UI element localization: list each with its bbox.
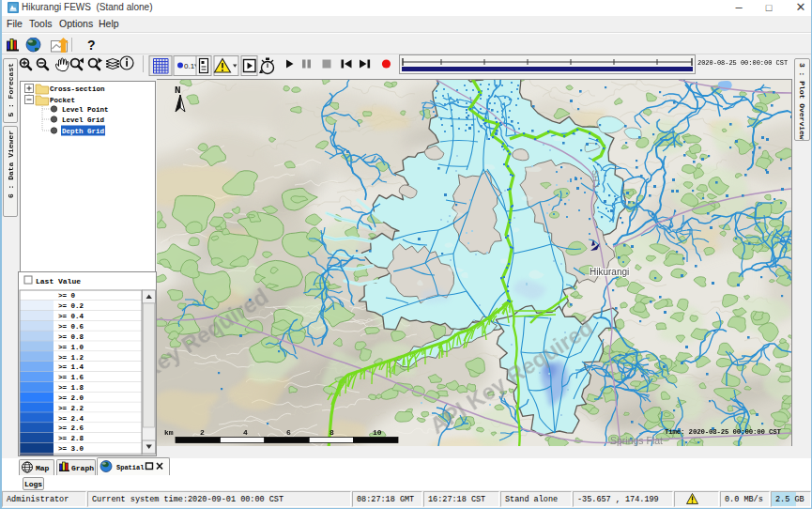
svg-text:>= 1.4: >= 1.4: [58, 363, 84, 371]
svg-text:>= 0.4: >= 0.4: [58, 313, 84, 320]
svg-text:8: 8: [329, 428, 334, 437]
svg-text:>= 1.8: >= 1.8: [58, 384, 84, 392]
svg-text:Last Value: Last Value: [36, 277, 81, 285]
svg-text:>= 1.6: >= 1.6: [58, 374, 84, 381]
svg-text:2: 2: [200, 428, 205, 437]
svg-text:>= 2.4: >= 2.4: [58, 415, 84, 423]
svg-text:SH 1: SH 1: [590, 170, 601, 189]
svg-text:Hikurangi: Hikurangi: [590, 267, 629, 277]
svg-text:>= 0.2: >= 0.2: [58, 302, 84, 310]
svg-text:Graph: Graph: [71, 464, 94, 472]
svg-text:>= 2.2: >= 2.2: [58, 405, 84, 412]
svg-text:>= 1.2: >= 1.2: [58, 354, 84, 362]
svg-text:0.1: 0.1: [184, 62, 195, 70]
svg-text:4: 4: [243, 428, 248, 437]
svg-text:Springs Flat: Springs Flat: [610, 435, 663, 446]
svg-text:?: ?: [87, 38, 96, 53]
svg-text:Pocket: Pocket: [50, 97, 75, 104]
svg-text:>= 0.8: >= 0.8: [58, 333, 84, 341]
svg-text:Cross-section: Cross-section: [50, 85, 105, 93]
svg-text:>= 2.0: >= 2.0: [58, 394, 84, 402]
svg-text:10: 10: [373, 428, 382, 437]
svg-text:N: N: [175, 85, 181, 96]
svg-text:>= 3.0: >= 3.0: [58, 445, 84, 453]
svg-text:6: 6: [286, 428, 291, 437]
svg-text:>= 0: >= 0: [58, 292, 76, 300]
svg-text:km: km: [164, 428, 174, 437]
svg-text:Level Grid: Level Grid: [62, 116, 104, 124]
svg-text:Spatial: Spatial: [116, 464, 144, 471]
svg-text:Time: 2020-08-25 00:00:00 CST: Time: 2020-08-25 00:00:00 CST: [665, 428, 782, 436]
svg-text:Depth Grid: Depth Grid: [62, 128, 104, 135]
svg-text:Level Point: Level Point: [62, 106, 109, 114]
svg-text:>= 2.6: >= 2.6: [58, 424, 84, 432]
svg-text:>= 2.8: >= 2.8: [58, 435, 84, 442]
svg-text:>= 0.6: >= 0.6: [58, 323, 84, 331]
svg-text:Map: Map: [36, 464, 50, 472]
svg-text:>= 1.0: >= 1.0: [58, 344, 84, 351]
